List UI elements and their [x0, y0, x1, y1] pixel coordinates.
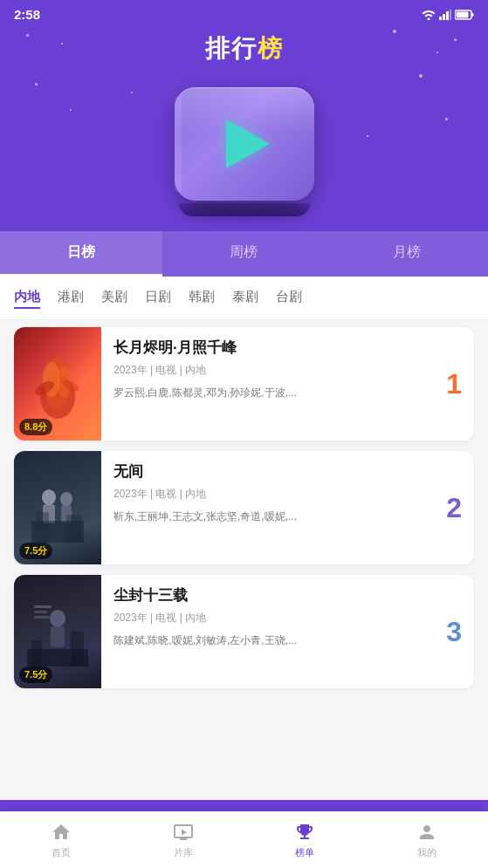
item-meta-1: 2023年 | 电视 | 内地: [113, 363, 462, 378]
category-us[interactable]: 美剧: [101, 287, 127, 309]
play-button-3d[interactable]: [175, 87, 314, 209]
battery-icon: [455, 10, 474, 20]
item-info-1: 长月烬明·月照千峰 2023年 | 电视 | 内地 罗云熙,白鹿,陈都灵,邓为,…: [101, 327, 474, 441]
item-cast-2: 靳东,王丽坤,王志文,张志坚,奇道,嗳妮,...: [113, 509, 462, 524]
item-meta-2: 2023年 | 电视 | 内地: [113, 487, 462, 502]
svg-rect-2: [446, 11, 449, 20]
thumbnail-2: 7.5分: [14, 451, 101, 564]
thumb-art-2: [27, 473, 88, 543]
svg-rect-24: [34, 616, 50, 619]
svg-rect-21: [51, 626, 65, 647]
page-title: 排行榜: [205, 32, 284, 65]
title-part1: 排行: [205, 35, 258, 62]
svg-rect-18: [36, 512, 49, 543]
play-triangle: [226, 120, 270, 168]
nav-label-library: 片库: [174, 846, 193, 859]
svg-point-20: [50, 610, 65, 627]
tab-daily[interactable]: 日榜: [0, 231, 162, 277]
item-cast-1: 罗云熙,白鹿,陈都灵,邓为,孙珍妮,于波,...: [113, 385, 462, 400]
nav-item-profile[interactable]: 我的: [366, 812, 488, 868]
svg-rect-23: [34, 611, 47, 613]
tab-monthly[interactable]: 月榜: [326, 231, 488, 277]
nav-item-home[interactable]: 首页: [0, 812, 122, 868]
play-box: [175, 87, 314, 201]
tv-icon: [173, 822, 194, 843]
svg-rect-19: [66, 515, 82, 543]
profile-icon: [416, 822, 437, 843]
svg-point-13: [42, 489, 56, 505]
svg-rect-1: [443, 14, 445, 20]
category-tw[interactable]: 台剧: [276, 287, 302, 309]
trophy-icon: [294, 822, 315, 843]
svg-rect-6: [472, 13, 474, 17]
thumbnail-3: 7.5分: [14, 575, 101, 688]
nav-label-profile: 我的: [417, 846, 436, 859]
rank-number-2: 2: [446, 492, 462, 524]
list-item[interactable]: 7.5分 无间 2023年 | 电视 | 内地 靳东,王丽坤,王志文,张志坚,奇…: [14, 451, 474, 564]
thumbnail-1: 8.8分: [14, 327, 101, 441]
status-icons: [422, 10, 474, 20]
hero-area: [0, 65, 488, 231]
item-title-1: 长月烬明·月照千峰: [113, 338, 462, 358]
content-area: 内地 港剧 美剧 日剧 韩剧 泰剧 台剧: [0, 277, 488, 800]
thumb-art-3: [27, 597, 88, 666]
item-meta-3: 2023年 | 电视 | 内地: [113, 611, 462, 625]
status-bar: 2:58: [0, 0, 488, 25]
category-jp[interactable]: 日剧: [145, 287, 171, 309]
svg-rect-5: [457, 11, 469, 17]
svg-marker-28: [182, 829, 187, 835]
item-title-2: 无间: [113, 461, 462, 482]
wifi-icon: [422, 10, 436, 20]
category-thai[interactable]: 泰剧: [232, 287, 258, 309]
rank-number-3: 3: [446, 616, 462, 648]
nav-label-home: 首页: [52, 846, 71, 859]
svg-rect-0: [439, 17, 442, 20]
rank-number-1: 1: [446, 368, 462, 400]
time-display: 2:58: [14, 7, 40, 22]
signal-icon: [439, 10, 451, 20]
nav-item-ranking[interactable]: 榜单: [244, 812, 367, 868]
item-title-3: 尘封十三载: [113, 585, 462, 605]
svg-rect-26: [71, 632, 84, 666]
nav-item-library[interactable]: 片库: [122, 812, 244, 868]
category-mainland[interactable]: 内地: [14, 287, 40, 309]
svg-rect-27: [31, 640, 42, 666]
list-item[interactable]: 7.5分 尘封十三载 2023年 | 电视 | 内地 陈建斌,陈晓,嗳妮,刘敏涛…: [14, 575, 474, 688]
svg-point-15: [60, 492, 72, 506]
item-info-2: 无间 2023年 | 电视 | 内地 靳东,王丽坤,王志文,张志坚,奇道,嗳妮,…: [101, 451, 474, 564]
score-badge-2: 7.5分: [19, 543, 52, 559]
svg-rect-22: [34, 605, 52, 608]
svg-rect-3: [450, 10, 451, 20]
thumb-art-1: [27, 349, 88, 419]
tabs-container: 日榜 周榜 月榜: [0, 231, 488, 277]
score-badge-3: 7.5分: [19, 666, 52, 683]
category-hk[interactable]: 港剧: [58, 287, 84, 309]
page-header: 排行榜: [0, 25, 488, 65]
nav-label-ranking: 榜单: [295, 846, 314, 859]
list-item[interactable]: 8.8分 长月烬明·月照千峰 2023年 | 电视 | 内地 罗云熙,白鹿,陈都…: [14, 327, 474, 441]
title-part2: 榜: [258, 35, 284, 62]
category-kr[interactable]: 韩剧: [189, 287, 215, 309]
item-cast-3: 陈建斌,陈晓,嗳妮,刘敏涛,左小青,王骁,...: [113, 632, 462, 648]
tab-weekly[interactable]: 周榜: [162, 231, 325, 277]
list-container: 8.8分 长月烬明·月照千峰 2023年 | 电视 | 内地 罗云熙,白鹿,陈都…: [0, 320, 488, 706]
home-icon: [51, 822, 72, 843]
category-bar: 内地 港剧 美剧 日剧 韩剧 泰剧 台剧: [0, 277, 488, 320]
item-info-3: 尘封十三载 2023年 | 电视 | 内地 陈建斌,陈晓,嗳妮,刘敏涛,左小青,…: [101, 575, 474, 688]
bottom-nav: 首页 片库 榜单 我的: [0, 811, 488, 868]
score-badge-1: 8.8分: [19, 419, 52, 435]
